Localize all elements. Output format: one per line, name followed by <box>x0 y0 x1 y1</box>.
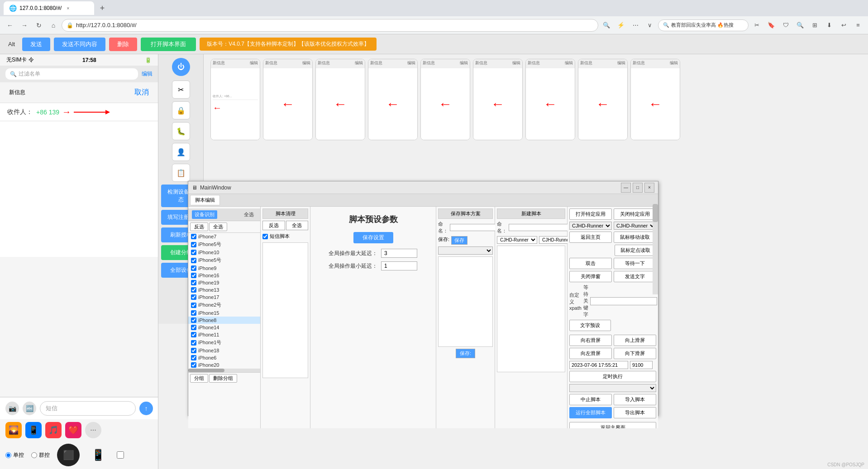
forward-button[interactable]: → <box>18 19 31 32</box>
appstore-icon[interactable]: 📱 <box>25 422 42 438</box>
script-deselect-button[interactable]: 反选 <box>262 221 285 230</box>
runner-action-select1[interactable]: CJHD-Runner <box>569 222 612 230</box>
run-all-button[interactable]: 运行全部脚本 <box>569 407 612 418</box>
device-label-tab[interactable]: 设备识别 <box>192 210 217 219</box>
phone-multiscreen-button[interactable]: 📱 <box>87 444 110 466</box>
delete-button[interactable]: 删除 <box>109 38 137 51</box>
send-diff-button[interactable]: 发送不同内容 <box>54 38 105 51</box>
maximize-button[interactable]: □ <box>633 183 643 193</box>
deselect-button[interactable]: 反选 <box>190 223 208 231</box>
new-tab-button[interactable]: + <box>96 2 109 14</box>
browser-tab[interactable]: 🌐 127.0.0.1:8080/#/ × <box>4 1 94 15</box>
params-scrollbar[interactable] <box>653 204 658 294</box>
new-cmd-input[interactable] <box>509 224 576 231</box>
power-icon-button[interactable]: ⏻ <box>172 58 190 76</box>
phone-thumb-4[interactable]: 新信息编辑 ← <box>368 59 418 140</box>
home-button[interactable]: ⌂ <box>47 19 60 32</box>
wait-button[interactable]: 等待一下 <box>614 258 656 269</box>
phone-thumb-3[interactable]: 新信息编辑 ← <box>315 59 365 140</box>
list-item[interactable]: iPhone5号 <box>188 240 260 249</box>
sms-script-item[interactable]: 短信脚本 <box>262 232 308 241</box>
minimize-button[interactable]: — <box>621 183 631 193</box>
list-item[interactable]: iPhone1号 <box>188 338 260 347</box>
mouse-move-button[interactable]: 鼠标移动读取 <box>614 232 656 243</box>
swipe-right-button[interactable]: 向右滑屏 <box>569 335 612 346</box>
sms-input[interactable]: 短信 <box>40 401 136 416</box>
min-delay-input[interactable] <box>381 261 417 270</box>
group-button[interactable]: 分组 <box>190 374 208 383</box>
list-item[interactable]: iPhone11 <box>188 331 260 338</box>
scissors-icon[interactable]: ✂ <box>750 19 763 32</box>
text-preset-button[interactable]: 文字预设 <box>569 320 611 331</box>
person-icon-button[interactable]: 👤 <box>172 143 190 161</box>
double-click-button[interactable]: 双击 <box>569 258 612 269</box>
all-select-tab[interactable]: 全选 <box>241 210 257 219</box>
timed-exec-button[interactable]: 定时执行 <box>569 371 656 382</box>
back-home-button[interactable]: 返回主页 <box>569 232 612 243</box>
port-input[interactable] <box>630 361 653 369</box>
list-item[interactable]: iPhone13 <box>188 286 260 294</box>
delete-group-button[interactable]: 删除分组 <box>209 374 237 383</box>
url-input[interactable] <box>76 22 593 28</box>
shield-icon[interactable]: 🛡 <box>779 19 792 32</box>
photos-icon[interactable]: 🌄 <box>5 422 22 438</box>
runner-action-select2[interactable]: CJHD-Runner <box>614 222 656 230</box>
scissors-icon-button[interactable]: ✂ <box>172 81 190 99</box>
back-home-bottom-button[interactable]: 返回主界面 <box>569 422 656 428</box>
screen-checkbox[interactable] <box>117 451 124 459</box>
swipe-left-button[interactable]: 向左滑屏 <box>569 348 612 359</box>
list-item[interactable]: iPhone17 <box>188 294 260 301</box>
phone-thumb-5[interactable]: 新信息编辑 ← <box>420 59 470 140</box>
download-icon[interactable]: ⬇ <box>823 19 835 32</box>
list-item[interactable]: iPhone8 <box>188 317 260 324</box>
export-script-button[interactable]: 导出脚本 <box>614 407 656 418</box>
script-select-all-button[interactable]: 全选 <box>286 221 309 230</box>
max-delay-input[interactable] <box>381 249 417 258</box>
send-circle-button[interactable]: ↑ <box>139 402 153 415</box>
list-item[interactable]: iPhone18 <box>188 347 260 354</box>
import-script-button[interactable]: 导入脚本 <box>614 394 656 405</box>
mouse-click-button[interactable]: 鼠标定点读取 <box>615 245 656 256</box>
list-item[interactable]: iPhone6 <box>188 354 260 361</box>
voice-button[interactable]: 🔤 <box>23 402 36 415</box>
version-button[interactable]: 版本号：V4.0.7【支持各种脚本定制】【该版本优化授权方式效率】 <box>200 38 377 51</box>
list-item[interactable]: iPhone7 <box>188 233 260 240</box>
open-app-button[interactable]: 打开特定应用 <box>569 208 612 220</box>
list-item[interactable]: iPhone14 <box>188 324 260 331</box>
list-item[interactable]: iPhone20 <box>188 361 260 369</box>
save-handle-btn[interactable]: 保存: <box>456 349 475 358</box>
phone-thumb-7[interactable]: 新信息编辑 ← <box>525 59 575 140</box>
refresh-button[interactable]: ↻ <box>33 19 45 32</box>
swipe-down-button[interactable]: 向下滑屏 <box>614 348 656 359</box>
runner1-select[interactable]: CJHD-Runner <box>497 236 537 244</box>
scroll-thumb[interactable] <box>188 369 224 372</box>
params-scroll-thumb[interactable] <box>653 204 658 222</box>
settings-icon[interactable]: ≡ <box>852 19 864 32</box>
bug-icon-button[interactable]: 🐛 <box>172 122 190 140</box>
save-script-content[interactable] <box>438 256 493 347</box>
phone-thumb-9[interactable]: 新信息编辑 ← <box>630 59 680 140</box>
music-icon[interactable]: 🎵 <box>45 422 62 438</box>
close-app-button[interactable]: 关闭特定应用 <box>614 208 656 220</box>
phone-thumb-2[interactable]: 新信息编辑 ← <box>263 59 313 140</box>
address-bar[interactable]: 🔒 <box>62 19 598 32</box>
list-item[interactable]: iPhone10 <box>188 249 260 256</box>
dropdown-icon[interactable]: ∨ <box>644 19 656 32</box>
swipe-up-button[interactable]: 向上滑屏 <box>614 335 656 346</box>
lock-icon-button[interactable]: 🔒 <box>172 101 190 119</box>
search-bar-text[interactable]: 教育部回应失业率高 🔥热搜 <box>671 22 734 28</box>
send-button[interactable]: 发送 <box>22 38 50 51</box>
list-item[interactable]: iPhone15 <box>188 309 260 317</box>
action-dropdown-select[interactable] <box>569 384 656 392</box>
heart-icon[interactable]: ❤️ <box>65 422 81 438</box>
camera-button[interactable]: 📷 <box>5 402 19 415</box>
list-item[interactable]: iPhone2号 <box>188 301 260 309</box>
tab-close-button[interactable]: × <box>64 5 72 12</box>
back-button[interactable]: ← <box>4 19 16 32</box>
list-item[interactable]: iPhone5号 <box>188 256 260 265</box>
new-script-content[interactable] <box>497 246 565 372</box>
more-apps-button[interactable]: ··· <box>85 422 101 438</box>
more-options-icon[interactable]: ⋯ <box>629 19 642 32</box>
phone-thumb-6[interactable]: 新信息编辑 ← <box>473 59 523 140</box>
phone-thumb-1[interactable]: 新信息编辑 收件人: +86... ← <box>210 59 260 140</box>
